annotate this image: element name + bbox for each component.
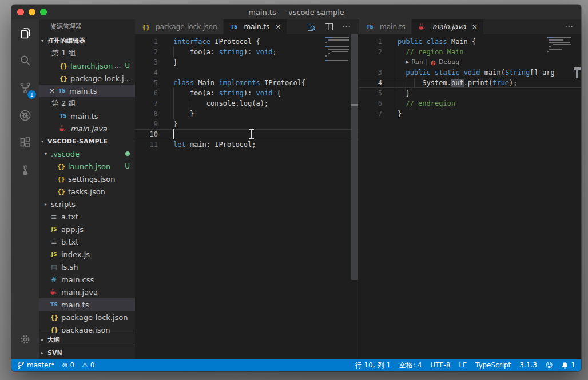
bell-status-item[interactable]: 1: [561, 361, 575, 369]
explorer-icon[interactable]: [11, 19, 39, 47]
status-item[interactable]: 行 10, 列 1: [355, 361, 391, 370]
tree-item[interactable]: JSapp.js: [39, 223, 135, 235]
tree-item[interactable]: TSmain.ts: [39, 298, 135, 311]
status-label: 0: [70, 361, 74, 369]
line-number: 4: [359, 78, 382, 88]
code-line[interactable]: 10: [135, 129, 359, 139]
split-editor-icon[interactable]: [324, 22, 333, 31]
editor-group-label[interactable]: 第 1 组: [39, 47, 135, 59]
close-icon[interactable]: ×: [472, 23, 478, 31]
tree-item[interactable]: {}launch.jsonU: [39, 160, 135, 173]
sidebar-title: 资源管理器: [39, 19, 135, 34]
code-line[interactable]: 7 console.log(a);: [135, 98, 359, 109]
status-item[interactable]: 空格: 4: [399, 361, 422, 370]
debug-icon[interactable]: [11, 102, 39, 129]
code-line[interactable]: 7}: [359, 109, 581, 119]
editor-right[interactable]: 1public class Main {2 // region Main▶Run…: [359, 34, 581, 359]
source-control-icon[interactable]: 1: [11, 74, 39, 102]
code-line[interactable]: 5 }: [359, 88, 581, 98]
chevron-right-icon: ▸: [41, 350, 47, 355]
codelens-row[interactable]: ▶Run|Debug: [359, 57, 581, 67]
section-header[interactable]: ▾打开的编辑器: [39, 34, 135, 47]
editor-left[interactable]: 1interface IProtocol {2 foo(a: string): …: [135, 34, 359, 359]
tree-item[interactable]: TSmain.ts: [39, 110, 135, 122]
minimize-window-button[interactable]: [29, 9, 35, 15]
open-preview-icon[interactable]: [307, 22, 316, 31]
tree-item[interactable]: ≡b.txt: [39, 235, 135, 248]
item-label: launch.json: [68, 162, 110, 171]
code-text: console.log(a);: [173, 98, 268, 109]
warning-status-item[interactable]: ⚠0: [82, 361, 94, 369]
item-label: settings.json: [68, 175, 116, 183]
vscode-window: main.ts — vscode-sample 1 资源管理器 ▾打开的编辑器第…: [11, 5, 581, 371]
item-label: 打开的编辑器: [47, 37, 85, 45]
close-icon[interactable]: ×: [275, 23, 281, 31]
code-line[interactable]: 3 public static void main(String[] arg: [359, 67, 581, 78]
section-header[interactable]: ▸SVN: [39, 346, 135, 359]
zoom-window-button[interactable]: [40, 9, 47, 15]
tree-item[interactable]: ≡a.txt: [39, 210, 135, 223]
code-line[interactable]: 4: [135, 67, 359, 78]
tree-item[interactable]: ▾.vscode: [39, 147, 135, 160]
error-status-item[interactable]: ⊗0: [62, 361, 74, 369]
code-text: interface IProtocol {: [173, 37, 260, 47]
scrollbar-left[interactable]: [351, 34, 359, 359]
tab-main.ts[interactable]: TSmain.ts: [359, 19, 412, 34]
close-window-button[interactable]: [17, 9, 24, 15]
scrollbar-right[interactable]: [573, 34, 581, 359]
extensions-icon[interactable]: [11, 129, 39, 157]
tree-item[interactable]: JSindex.js: [39, 248, 135, 261]
test-beaker-icon[interactable]: [11, 157, 39, 184]
minimap-line: [325, 37, 349, 38]
more-actions-icon[interactable]: ⋯: [342, 22, 351, 32]
section-header[interactable]: ▸大纲: [39, 333, 135, 346]
smiley-icon: ☺: [546, 362, 553, 369]
tree-item[interactable]: #main.css: [39, 273, 135, 286]
section-header[interactable]: ▾VSCODE-SAMPLE: [39, 135, 135, 147]
tree-item[interactable]: main.java: [39, 122, 135, 135]
code-token: ):: [244, 48, 256, 56]
codelens-run-link[interactable]: Run: [411, 57, 423, 67]
tree-item[interactable]: {}package-lock.json: [39, 311, 135, 323]
item-label: main.ts: [69, 87, 97, 95]
tree-item[interactable]: {}package-lock.json: [39, 72, 135, 85]
minimap-line: [325, 44, 349, 45]
tree-item[interactable]: {}package.json: [39, 323, 135, 333]
tab-package-lock.json[interactable]: {}package-lock.json: [135, 19, 224, 34]
tree-item[interactable]: ▸scripts: [39, 198, 135, 210]
status-item[interactable]: LF: [459, 361, 467, 369]
status-label: master*: [27, 361, 54, 369]
tree-item[interactable]: {}settings.json: [39, 173, 135, 185]
code-line[interactable]: 4 System.out.print(true);: [359, 78, 581, 88]
code-line[interactable]: 11let main: IProtocol;: [135, 139, 359, 150]
settings-gear-icon[interactable]: [11, 326, 39, 353]
minimap-right[interactable]: [547, 37, 571, 53]
git-branch-status-item[interactable]: master*: [17, 361, 54, 369]
tree-item[interactable]: {}tasks.json: [39, 185, 135, 198]
code-line[interactable]: 8 }: [135, 109, 359, 119]
tab-main.java[interactable]: main.java×: [412, 19, 484, 34]
search-icon[interactable]: [11, 47, 39, 74]
scrollbar-thumb[interactable]: [351, 34, 358, 280]
run-play-icon[interactable]: ▶: [406, 57, 409, 67]
debug-bug-icon[interactable]: [430, 59, 436, 66]
tree-item[interactable]: ▤ls.sh: [39, 261, 135, 273]
status-item[interactable]: TypeScript: [475, 361, 511, 369]
tree-item[interactable]: ×TSmain.ts: [39, 85, 135, 97]
more-actions-icon[interactable]: ⋯: [565, 22, 574, 32]
codelens-debug-link[interactable]: Debug: [439, 57, 459, 67]
code-line[interactable]: 6 foo(a: string): void {: [135, 88, 359, 98]
code-line[interactable]: 5class Main implements IProtocol{: [135, 78, 359, 88]
code-line[interactable]: 6 // endregion: [359, 98, 581, 109]
smiley-status-item[interactable]: ☺: [546, 362, 553, 369]
minimap-left[interactable]: [325, 37, 349, 62]
tree-item[interactable]: {}launch.json...U: [39, 59, 135, 72]
item-label: .vscode: [51, 150, 80, 158]
close-icon[interactable]: ×: [49, 87, 57, 95]
code-line[interactable]: 9}: [135, 119, 359, 129]
editor-group-label[interactable]: 第 2 组: [39, 97, 135, 110]
tree-item[interactable]: main.java: [39, 286, 135, 298]
tab-main.ts[interactable]: TSmain.ts×: [224, 19, 288, 34]
status-item[interactable]: 3.1.3: [519, 361, 537, 369]
status-item[interactable]: UTF-8: [430, 361, 450, 369]
